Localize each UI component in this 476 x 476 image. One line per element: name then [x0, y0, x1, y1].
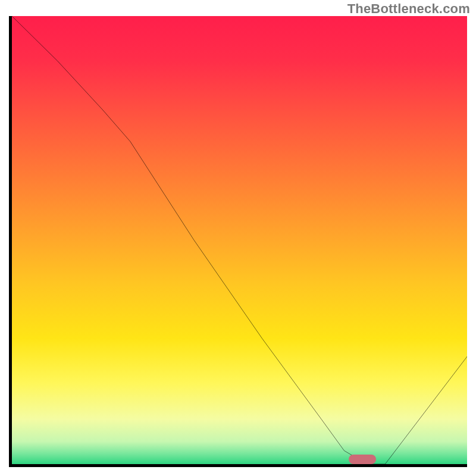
chart-canvas: TheBottleneck.com	[0, 0, 476, 476]
plot-area	[9, 16, 467, 467]
bottleneck-curve	[12, 16, 467, 464]
optimal-marker	[349, 455, 376, 464]
watermark-text: TheBottleneck.com	[347, 1, 470, 17]
